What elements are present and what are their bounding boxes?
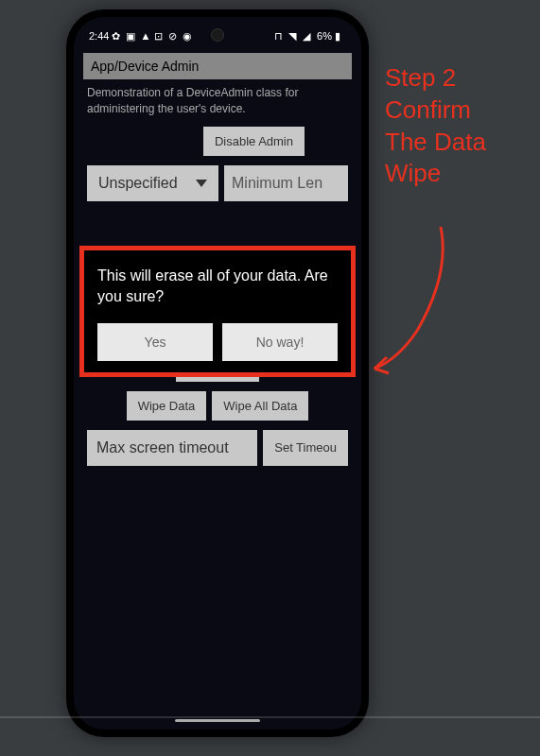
annotation-highlight: This will erase all of your data. Are yo… <box>79 246 356 377</box>
camera-notch <box>211 28 224 42</box>
wipe-data-button[interactable]: Wipe Data <box>127 391 207 421</box>
phone-frame: 2:44 ✿ ▣ ▲ ⊡ ⊘ ◉ ⊓ ◥ ◢ 6% ▮ App/Device A… <box>66 9 369 737</box>
warning-icon: ▲ <box>140 30 151 42</box>
dialog-no-button[interactable]: No way! <box>222 323 338 361</box>
notification-icon: ▣ <box>126 30 137 42</box>
annotation-line-4: Wipe <box>385 158 536 190</box>
confirm-dialog: This will erase all of your data. Are yo… <box>84 250 351 372</box>
video-progress-line <box>0 716 540 718</box>
page-description: Demonstration of a DeviceAdmin class for… <box>83 85 352 127</box>
signal-icon: ◢ <box>303 30 314 42</box>
data-icon: ⊡ <box>154 30 165 42</box>
annotation-line-2: Confirm <box>385 94 536 127</box>
dialog-yes-button[interactable]: Yes <box>97 323 213 361</box>
annotation-line-3: The Data <box>385 127 536 159</box>
status-time: 2:44 <box>89 30 109 42</box>
dialog-message: This will erase all of your data. Are yo… <box>97 266 338 306</box>
wifi-icon: ◥ <box>288 30 300 42</box>
confirm-dialog-overlay: This will erase all of your data. Are yo… <box>74 246 361 377</box>
settings-icon: ✿ <box>112 30 123 42</box>
home-indicator[interactable] <box>175 719 260 722</box>
shield-icon: ◉ <box>183 30 194 42</box>
annotation-line-1: Step 2 <box>385 62 536 94</box>
no-signal-icon: ⊘ <box>168 30 180 42</box>
annotation-arrow-icon <box>360 217 455 387</box>
policy-dropdown[interactable]: Unspecified <box>87 165 218 201</box>
bluetooth-icon: ⊓ <box>274 30 286 42</box>
disable-admin-button[interactable]: Disable Admin <box>203 127 305 156</box>
page-header: App/Device Admin <box>83 53 352 79</box>
min-length-input[interactable]: Minimum Len <box>224 165 348 201</box>
dropdown-value: Unspecified <box>98 175 178 192</box>
annotation-text: Step 2 Confirm The Data Wipe <box>385 62 536 190</box>
set-timeout-button[interactable]: Set Timeou <box>263 430 348 466</box>
battery-percent: 6% <box>317 30 332 42</box>
wipe-all-data-button[interactable]: Wipe All Data <box>212 391 308 421</box>
battery-icon: ▮ <box>335 30 346 42</box>
max-timeout-button[interactable]: Max screen timeout <box>87 430 257 466</box>
phone-screen: 2:44 ✿ ▣ ▲ ⊡ ⊘ ◉ ⊓ ◥ ◢ 6% ▮ App/Device A… <box>74 17 361 730</box>
chevron-down-icon <box>196 180 207 187</box>
